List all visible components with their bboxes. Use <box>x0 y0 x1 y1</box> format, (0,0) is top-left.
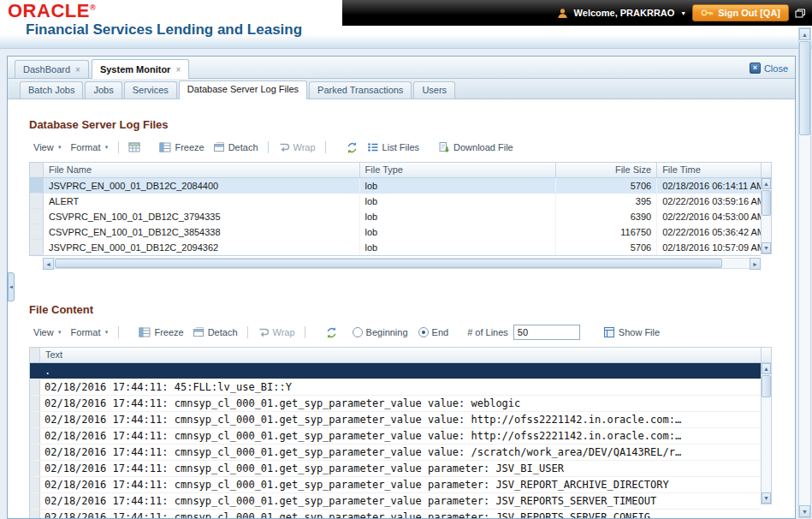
column-header-file-time[interactable]: File Time <box>657 163 761 177</box>
row-header[interactable] <box>30 428 40 444</box>
cell-file-name: JSVPRC_EN_000_01_DB12C_2094362 <box>44 240 360 255</box>
beginning-radio[interactable] <box>353 327 363 337</box>
close-window-icon: × <box>750 63 761 74</box>
row-header[interactable] <box>30 224 44 240</box>
log-line-text: 02/18/2016 17:44:11: cmnsyp_cl_000_01.ge… <box>40 461 761 476</box>
table-vertical-scrollbar[interactable]: ▲ ▼ <box>761 347 772 504</box>
format-menu-button[interactable]: Format ▼ <box>67 325 114 339</box>
row-header[interactable] <box>30 209 44 224</box>
row-header[interactable] <box>30 379 40 395</box>
scroll-thumb[interactable] <box>762 375 771 397</box>
table-row[interactable]: CSVPRC_EN_100_01_DB12C_3794335 lob 6390 … <box>30 209 761 224</box>
table-header-row: Text <box>30 348 761 363</box>
panel-collapse-handle[interactable]: ◄ <box>8 272 15 301</box>
scroll-up-button[interactable]: ▲ <box>762 178 771 189</box>
row-header[interactable] <box>30 444 40 460</box>
log-line[interactable]: 02/18/2016 17:44:11: cmnsyp_cl_000_01.ge… <box>30 461 761 477</box>
log-line[interactable]: 02/18/2016 17:44:11: cmnsyp_cl_000_01.ge… <box>30 396 761 412</box>
subtab-batch-jobs[interactable]: Batch Jobs <box>20 81 83 98</box>
subtab-services[interactable]: Services <box>124 81 177 98</box>
tab-system-monitor[interactable]: System Monitor × <box>92 59 189 79</box>
log-line[interactable]: 02/18/2016 17:44:11: cmnsyp_cl_000_01.ge… <box>30 428 761 444</box>
num-lines-input[interactable] <box>513 325 580 340</box>
page-scrollbar[interactable]: ▲ ▼ <box>798 27 811 518</box>
log-line[interactable]: 02/18/2016 17:44:11: cmnsyp_cl_000_01.ge… <box>30 493 761 510</box>
subtab-database-server-log-files[interactable]: Database Server Log Files <box>179 81 307 99</box>
sign-out-button[interactable]: Sign Out [QA] <box>692 4 789 21</box>
cell-file-size: 6390 <box>556 209 657 224</box>
close-control[interactable]: × Close <box>750 63 788 74</box>
chevron-down-icon[interactable]: ▼ <box>680 10 686 16</box>
log-line[interactable]: 02/18/2016 17:44:11: cmnsyp_cl_000_01.ge… <box>30 412 761 428</box>
export-button[interactable] <box>124 140 145 155</box>
cell-file-type: lob <box>360 224 557 240</box>
scroll-left-button[interactable]: ◄ <box>43 258 54 270</box>
view-menu-button[interactable]: View ▼ <box>29 325 67 339</box>
scroll-down-button[interactable]: ▼ <box>762 242 771 254</box>
freeze-button[interactable]: Freeze <box>155 140 208 155</box>
scroll-thumb[interactable] <box>762 190 771 216</box>
scroll-down-button[interactable]: ▼ <box>799 505 810 517</box>
format-menu-button[interactable]: Format ▼ <box>67 140 114 154</box>
row-header[interactable] <box>30 178 44 194</box>
log-line[interactable]: 02/18/2016 17:44:11: cmnsyp_cl_000_01.ge… <box>30 477 761 493</box>
log-line[interactable]: . <box>30 363 761 379</box>
wrap-button[interactable]: Wrap <box>253 325 299 340</box>
column-header-file-type[interactable]: File Type <box>360 163 557 177</box>
row-header[interactable] <box>30 461 40 476</box>
table-row[interactable]: CSVPRC_EN_100_01_DB12C_3854338 lob 11675… <box>30 224 761 240</box>
column-header-text[interactable]: Text <box>40 348 761 362</box>
scroll-up-button[interactable]: ▲ <box>799 28 810 40</box>
window-restore-icon[interactable] <box>795 9 806 18</box>
column-header-file-name[interactable]: File Name <box>44 163 360 177</box>
user-icon <box>557 8 568 19</box>
cell-file-size: 5706 <box>556 178 657 194</box>
scroll-up-button[interactable]: ▲ <box>762 363 771 374</box>
refresh-button[interactable] <box>341 140 363 156</box>
log-line[interactable]: 02/18/2016 17:44:11: cmnsyp_cl_000_01.ge… <box>30 510 761 519</box>
table-row[interactable]: JSVPRC_EN_000_01_DB12C_2084400 lob 5706 … <box>30 178 761 194</box>
tab-close-icon[interactable]: × <box>175 65 181 75</box>
row-header[interactable] <box>30 493 40 509</box>
scroll-thumb[interactable] <box>55 259 722 268</box>
scroll-track[interactable] <box>762 189 771 242</box>
view-menu-button[interactable]: View ▼ <box>29 140 67 154</box>
table-vertical-scrollbar[interactable]: ▲ ▼ <box>761 162 772 254</box>
freeze-button[interactable]: Freeze <box>134 325 187 340</box>
detach-button[interactable]: Detach <box>188 325 242 340</box>
subtab-users[interactable]: Users <box>413 81 455 98</box>
list-files-button[interactable]: List Files <box>363 140 424 155</box>
scroll-thumb[interactable] <box>799 41 810 135</box>
tab-dashboard[interactable]: DashBoard × <box>15 60 89 78</box>
row-header[interactable] <box>30 240 44 255</box>
log-line[interactable]: 02/18/2016 17:44:11: 45:FLL:lv_use_BI::Y <box>30 379 761 396</box>
detach-button[interactable]: Detach <box>209 140 263 155</box>
scroll-down-button[interactable]: ▼ <box>762 492 771 504</box>
download-file-button[interactable]: Download File <box>434 140 518 155</box>
table-row[interactable]: JSVPRC_EN_000_01_DB12C_2094362 lob 5706 … <box>30 240 761 255</box>
scroll-right-button[interactable]: ► <box>750 258 761 270</box>
table-row[interactable]: ALERT lob 395 02/22/2016 03:59:16 AM <box>30 194 761 209</box>
column-header-file-size[interactable]: File Size <box>556 163 657 177</box>
end-radio[interactable] <box>418 327 429 337</box>
toolbar-separator <box>247 326 248 338</box>
log-line[interactable]: 02/18/2016 17:44:11: cmnsyp_cl_000_01.ge… <box>30 444 761 461</box>
row-header[interactable] <box>30 396 40 411</box>
subtab-parked-transactions[interactable]: Parked Transactions <box>309 81 412 98</box>
row-header[interactable] <box>30 194 44 209</box>
scroll-track[interactable] <box>54 258 750 269</box>
scroll-track[interactable] <box>762 374 771 492</box>
row-header[interactable] <box>30 510 40 519</box>
registered-mark: ® <box>90 3 96 12</box>
freeze-label: Freeze <box>154 327 183 337</box>
row-header[interactable] <box>30 477 40 492</box>
table-horizontal-scrollbar[interactable]: ◄ ► <box>43 258 761 269</box>
refresh-button[interactable] <box>321 325 342 341</box>
show-file-button[interactable]: Show File <box>599 325 664 340</box>
row-header[interactable] <box>30 412 40 427</box>
row-header[interactable] <box>30 363 40 379</box>
subtab-jobs[interactable]: Jobs <box>85 81 122 98</box>
wrap-button[interactable]: Wrap <box>274 140 320 155</box>
tab-close-icon[interactable]: × <box>75 65 80 75</box>
scroll-track[interactable] <box>799 40 810 505</box>
